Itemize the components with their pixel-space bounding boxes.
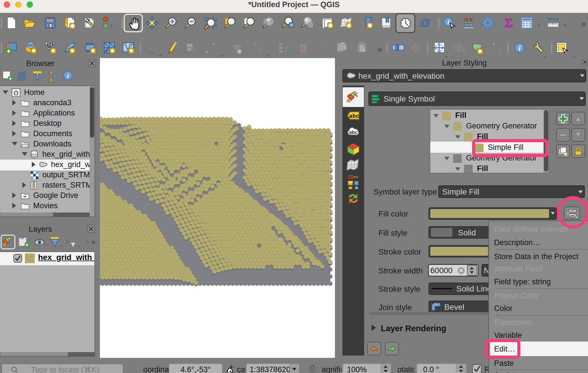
svg-text:Σ: Σ [505,16,513,30]
svg-text:✱: ✱ [129,48,134,54]
svg-text:ε: ε [66,236,69,245]
svg-text:✱: ✱ [31,48,36,54]
svg-text:✱: ✱ [564,152,567,156]
svg-text:»: » [581,19,586,28]
svg-text:»: » [92,237,95,246]
svg-text:>: > [309,22,312,27]
svg-text:abc: abc [349,130,357,135]
svg-text:✱: ✱ [51,48,56,54]
svg-text:1:1: 1:1 [267,19,272,24]
svg-text:»: » [377,44,382,54]
svg-text:✱: ✱ [478,48,482,54]
svg-text:i: i [518,44,521,52]
svg-text:i: i [447,18,449,26]
svg-text:a: a [110,22,113,30]
svg-text:✱: ✱ [110,48,115,54]
svg-text:<: < [290,23,293,27]
svg-text:✱: ✱ [91,48,95,54]
svg-text:abc: abc [349,113,359,120]
svg-text:i: i [67,72,69,80]
svg-text:✱: ✱ [70,48,75,54]
svg-text:»: » [581,56,586,58]
